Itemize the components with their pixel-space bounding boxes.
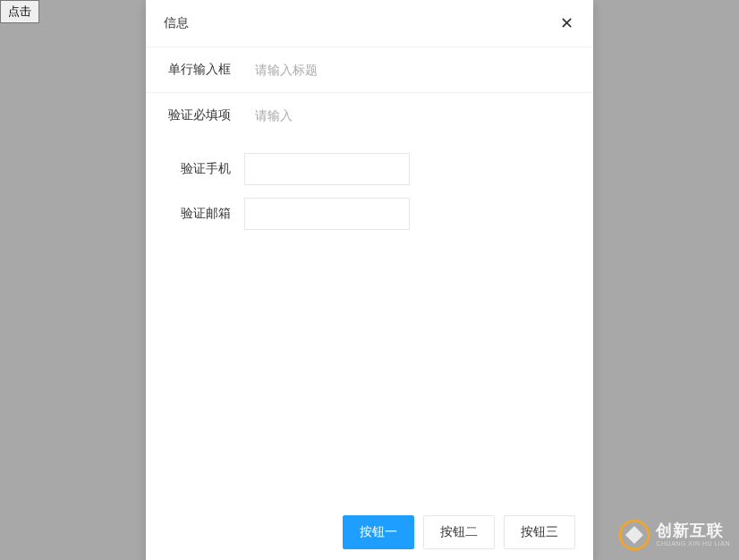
form-row-phone: 验证手机 bbox=[146, 147, 593, 191]
modal-footer: 按钮一 按钮二 按钮三 bbox=[146, 505, 593, 560]
button-three[interactable]: 按钮三 bbox=[504, 515, 575, 549]
form-row-required: 验证必填项 bbox=[146, 92, 593, 138]
form-row-single-line: 单行输入框 bbox=[146, 47, 593, 92]
modal-body: 单行输入框 验证必填项 验证手机 验证邮箱 bbox=[146, 47, 593, 505]
modal-dialog: 信息 ✕ 单行输入框 验证必填项 验证手机 验证邮箱 bbox=[146, 0, 593, 560]
required-input[interactable] bbox=[244, 93, 593, 138]
logo-sub-text: CHUANG XIN HU LIAN bbox=[656, 540, 730, 547]
phone-input[interactable] bbox=[244, 153, 410, 185]
logo-text: 创新互联 CHUANG XIN HU LIAN bbox=[656, 522, 730, 547]
button-two[interactable]: 按钮二 bbox=[423, 515, 495, 549]
modal-title: 信息 bbox=[164, 15, 189, 31]
single-line-input[interactable] bbox=[244, 47, 593, 92]
phone-label: 验证手机 bbox=[146, 161, 244, 177]
required-label: 验证必填项 bbox=[146, 107, 244, 123]
single-line-label: 单行输入框 bbox=[146, 62, 244, 78]
button-one[interactable]: 按钮一 bbox=[343, 515, 414, 549]
modal-header: 信息 ✕ bbox=[146, 0, 593, 47]
email-label: 验证邮箱 bbox=[146, 206, 244, 222]
logo-watermark: 创新互联 CHUANG XIN HU LIAN bbox=[618, 519, 730, 551]
logo-icon bbox=[618, 519, 650, 551]
email-input[interactable] bbox=[244, 198, 410, 230]
form-row-email: 验证邮箱 bbox=[146, 191, 593, 236]
close-icon[interactable]: ✕ bbox=[557, 14, 575, 32]
modal-overlay: 信息 ✕ 单行输入框 验证必填项 验证手机 验证邮箱 bbox=[0, 0, 739, 560]
logo-main-text: 创新互联 bbox=[656, 522, 730, 540]
